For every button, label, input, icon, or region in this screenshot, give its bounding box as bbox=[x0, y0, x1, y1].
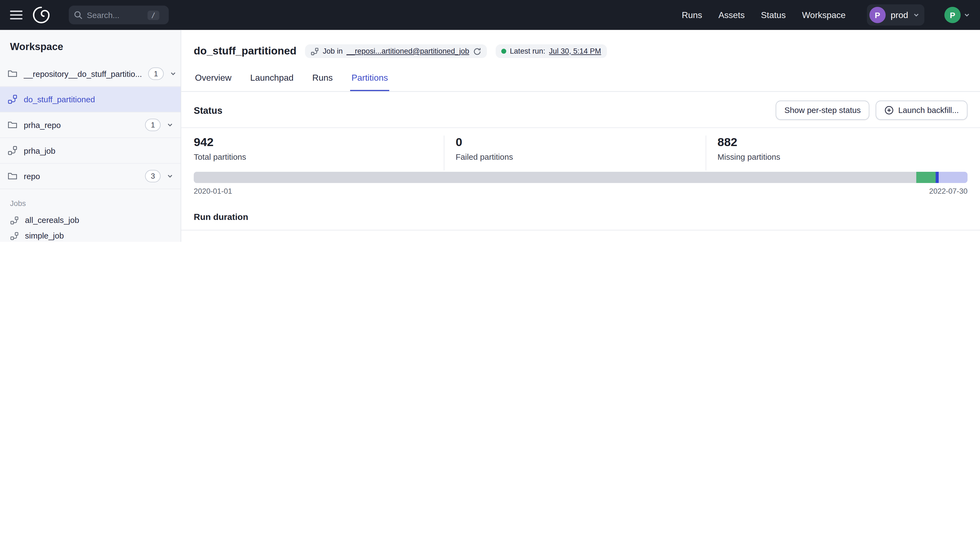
job-icon bbox=[7, 94, 18, 105]
stat-value: 882 bbox=[718, 135, 967, 149]
search-input[interactable] bbox=[87, 10, 143, 20]
job-tag: Job in __reposi...artitioned@partitioned… bbox=[305, 44, 487, 58]
sidebar-item-label: prha_repo bbox=[24, 121, 61, 130]
run-duration-chart-wrapper: 2020-01-012020-01-182020-02-042020-02-21… bbox=[181, 231, 980, 242]
tab-launchpad[interactable]: Launchpad bbox=[249, 71, 295, 91]
count-badge: 1 bbox=[145, 119, 161, 131]
job-icon bbox=[311, 47, 319, 55]
button-label: Show per-step status bbox=[784, 106, 861, 115]
chevron-down-icon bbox=[913, 12, 920, 18]
run-status-dot bbox=[501, 49, 506, 54]
sidebar-item-label: simple_job bbox=[25, 231, 64, 240]
stat-failed-partitions: 0 Failed partitions bbox=[444, 135, 706, 170]
latest-run-badge: Latest run: Jul 30, 5:14 PM bbox=[495, 44, 607, 58]
chevron-down-icon[interactable] bbox=[167, 122, 173, 128]
sidebar-item-label: prha_job bbox=[24, 146, 56, 155]
sidebar-item-label: repo bbox=[24, 171, 40, 181]
tab-bar: Overview Launchpad Runs Partitions bbox=[181, 71, 980, 92]
main-content: do_stuff_partitioned Job in __reposi...a… bbox=[181, 30, 980, 242]
stat-value: 0 bbox=[455, 135, 705, 149]
folder-icon bbox=[7, 69, 18, 79]
stat-label: Total partitions bbox=[194, 152, 444, 162]
user-menu[interactable]: P bbox=[944, 7, 970, 23]
sidebar-item-label: __repository__do_stuff_partitio... bbox=[24, 69, 142, 78]
app-window: / Runs Assets Status Workspace P prod P bbox=[0, 0, 980, 242]
status-section-header: Status Show per-step status Launch backf… bbox=[181, 92, 980, 127]
stat-missing-partitions: 882 Missing partitions bbox=[706, 135, 968, 170]
job-tag-link[interactable]: __reposi...artitioned@partitioned_job bbox=[347, 47, 469, 56]
search-input-wrapper[interactable]: / bbox=[69, 6, 169, 24]
show-per-step-status-button[interactable]: Show per-step status bbox=[776, 101, 870, 120]
tab-runs[interactable]: Runs bbox=[311, 71, 334, 91]
chevron-down-icon[interactable] bbox=[167, 173, 173, 179]
sidebar-item-label: all_cereals_job bbox=[25, 216, 79, 225]
chevron-down-icon bbox=[964, 12, 970, 18]
button-label: Launch backfill... bbox=[898, 106, 959, 115]
count-badge: 3 bbox=[145, 170, 161, 182]
sidebar-item-all-cereals-job[interactable]: all_cereals_job bbox=[0, 212, 181, 228]
nav-link-status[interactable]: Status bbox=[761, 10, 786, 20]
latest-run-time-link[interactable]: Jul 30, 5:14 PM bbox=[549, 47, 601, 56]
job-icon bbox=[10, 232, 19, 240]
deployment-label: prod bbox=[891, 10, 908, 20]
sidebar-item-simple-job[interactable]: simple_job bbox=[0, 228, 181, 242]
page-title: do_stuff_partitioned bbox=[194, 45, 296, 57]
partition-bar-end-date: 2022-07-30 bbox=[929, 187, 967, 195]
sidebar-item-label: do_stuff_partitioned bbox=[24, 95, 95, 104]
status-heading: Status bbox=[194, 105, 223, 116]
job-icon bbox=[10, 216, 19, 225]
search-shortcut-badge: / bbox=[148, 10, 159, 20]
navbar-links: Runs Assets Status Workspace P prod P bbox=[682, 5, 970, 26]
workspace-title: Workspace bbox=[0, 30, 181, 61]
menu-icon[interactable] bbox=[10, 11, 23, 19]
partition-bar-start-date: 2020-01-01 bbox=[194, 187, 232, 195]
plus-circle-icon bbox=[885, 106, 894, 115]
stat-label: Failed partitions bbox=[455, 152, 705, 162]
count-badge: 1 bbox=[148, 68, 164, 80]
deployment-switcher[interactable]: P prod bbox=[867, 5, 924, 26]
job-tag-prefix: Job in bbox=[323, 47, 343, 56]
stat-value: 942 bbox=[194, 135, 444, 149]
run-duration-chart: 2020-01-012020-01-182020-02-042020-02-21… bbox=[194, 234, 966, 242]
run-duration-heading: Run duration bbox=[181, 195, 980, 231]
sidebar-item-repo[interactable]: repo 3 bbox=[0, 163, 181, 189]
dagster-logo[interactable] bbox=[31, 5, 51, 25]
launch-backfill-button[interactable]: Launch backfill... bbox=[876, 101, 967, 120]
nav-link-assets[interactable]: Assets bbox=[718, 10, 745, 20]
sidebar: Workspace __repository__do_stuff_partiti… bbox=[0, 30, 181, 242]
app-body: Workspace __repository__do_stuff_partiti… bbox=[0, 30, 980, 242]
tab-partitions[interactable]: Partitions bbox=[350, 71, 389, 91]
nav-link-workspace[interactable]: Workspace bbox=[802, 10, 846, 20]
sidebar-item-repository-do-stuff[interactable]: __repository__do_stuff_partitio... 1 bbox=[0, 61, 181, 87]
top-navbar: / Runs Assets Status Workspace P prod P bbox=[0, 0, 980, 30]
latest-run-label: Latest run: bbox=[510, 47, 545, 56]
dagster-logo-icon bbox=[32, 6, 50, 24]
sidebar-item-prha-repo[interactable]: prha_repo 1 bbox=[0, 113, 181, 138]
nav-link-runs[interactable]: Runs bbox=[682, 10, 702, 20]
tab-overview[interactable]: Overview bbox=[194, 71, 233, 91]
page-header: do_stuff_partitioned Job in __reposi...a… bbox=[181, 30, 980, 92]
partition-status-bar[interactable] bbox=[194, 172, 968, 183]
reload-icon[interactable] bbox=[473, 47, 481, 55]
folder-icon bbox=[7, 120, 18, 130]
partition-stats: 942 Total partitions 0 Failed partitions… bbox=[181, 127, 980, 171]
deployment-avatar: P bbox=[869, 7, 886, 23]
sidebar-item-do-stuff-partitioned[interactable]: do_stuff_partitioned bbox=[0, 87, 181, 113]
stat-label: Missing partitions bbox=[718, 152, 967, 162]
job-icon bbox=[7, 146, 18, 155]
folder-icon bbox=[7, 171, 18, 181]
user-avatar: P bbox=[944, 7, 961, 23]
search-icon bbox=[74, 11, 83, 19]
sidebar-item-prha-job[interactable]: prha_job bbox=[0, 138, 181, 164]
chevron-down-icon[interactable] bbox=[170, 71, 176, 77]
sidebar-section-jobs-label: Jobs bbox=[0, 189, 181, 212]
stat-total-partitions: 942 Total partitions bbox=[194, 135, 444, 170]
partition-bar-labels: 2020-01-01 2022-07-30 bbox=[194, 187, 968, 195]
